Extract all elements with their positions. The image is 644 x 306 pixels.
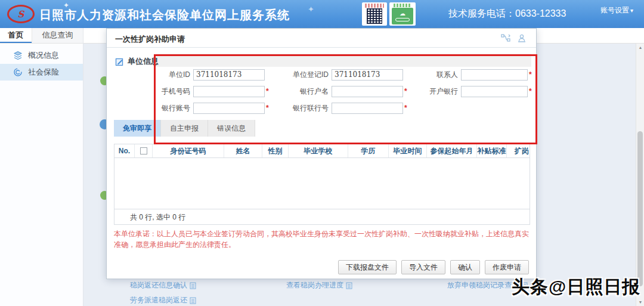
edit-section-icon	[115, 57, 124, 66]
form-field: 手机号码 *	[157, 83, 286, 100]
field-input[interactable]	[461, 69, 528, 81]
column-header: 参保起始年月	[427, 144, 477, 157]
modal-actions: 下载报盘文件 导入文件 确认 作废申请	[338, 260, 529, 274]
column-header: 姓名	[224, 144, 262, 157]
field-label: 单位ID	[157, 70, 190, 80]
column-header: 扩岗	[507, 144, 530, 157]
field-label: 银行户名	[286, 86, 329, 97]
modal-tabs: 免审即享 自主申报 错误信息	[114, 120, 255, 137]
scrollbar-thumb[interactable]	[637, 131, 643, 286]
scroll-up-icon[interactable]: ▲	[636, 45, 644, 50]
background-link-label: 查看稳岗办理进度	[286, 280, 343, 290]
action-button[interactable]: 导入文件	[401, 260, 445, 274]
modal-tab[interactable]: 免审即享	[114, 120, 161, 137]
caret-down-icon: ▾	[630, 7, 633, 14]
field-input[interactable]	[332, 103, 403, 114]
field-input[interactable]	[461, 86, 528, 97]
field-input[interactable]	[193, 103, 265, 114]
column-header: 性别	[262, 144, 289, 157]
csi-logo-icon: S	[7, 5, 35, 23]
background-link-label: 放弃申领稳岗记录查询	[447, 280, 519, 290]
sidebar-item-social-insurance[interactable]: 社会保险	[0, 64, 83, 81]
column-checkbox	[135, 144, 153, 157]
required-asterisk: *	[404, 87, 407, 95]
form-field: 单位登记ID *	[286, 66, 425, 83]
required-asterisk: *	[404, 104, 407, 112]
form-field: 开户银行 *	[425, 83, 534, 100]
tab-home[interactable]: 首页	[0, 28, 32, 43]
select-all-checkbox[interactable]	[140, 147, 147, 154]
account-settings-label: 账号设置	[600, 6, 629, 14]
field-input[interactable]	[193, 86, 265, 97]
field-label: 单位登记ID	[286, 70, 329, 80]
sidebar: 首页 信息查询 概况信息 社会保险	[0, 28, 83, 306]
background-link[interactable]: 查看稳岗办理进度	[286, 280, 352, 290]
modal-title: 一次性扩岗补助申请	[115, 34, 185, 45]
app-header: S ✦ ✦ 日照市人力资源和社会保险单位网上服务系统 ☁ 技术服务电话：0633…	[0, 0, 644, 28]
document-icon	[346, 282, 352, 289]
field-input[interactable]	[332, 69, 403, 81]
sidebar-item-label: 社会保险	[28, 67, 59, 78]
user-icon[interactable]	[517, 33, 527, 43]
document-icon	[190, 282, 196, 289]
unit-info-form: 单位ID * 单位登记ID * 联系人 * 手机号码 *	[157, 66, 534, 116]
workflow-icon[interactable]	[501, 33, 511, 43]
scroll-down-icon[interactable]: ▼	[636, 300, 644, 304]
logo-mark: S	[18, 9, 24, 20]
form-field: 联系人 *	[425, 66, 534, 83]
commitment-notice: 本单位承诺：以上人员已与本企业签订劳动合同，其高校毕业生身份未享受过一次性扩岗补…	[114, 228, 531, 250]
section-title: 单位信息	[128, 56, 159, 67]
column-no: No.	[114, 144, 135, 157]
field-input[interactable]	[193, 69, 265, 81]
background-link[interactable]: 劳务派遣稳岗返还	[130, 295, 196, 305]
form-field: 银行账号 *	[157, 100, 286, 116]
form-field: 银行联行号 *	[286, 100, 425, 116]
column-header: 补贴标准	[477, 144, 507, 157]
account-settings-menu[interactable]: 账号设置▾	[600, 5, 633, 16]
background-link-label: 稳岗返还信息确认	[130, 280, 187, 290]
action-button[interactable]: 作废申请	[485, 260, 529, 274]
sparkle-icon: ✦	[308, 5, 314, 14]
column-header: 毕业时间	[389, 144, 427, 157]
watermark: 头条@日照日报	[512, 275, 640, 299]
background-link[interactable]: 稳岗返还信息确认	[130, 280, 196, 290]
field-label: 手机号码	[157, 86, 190, 97]
column-header: 身份证号码	[153, 144, 224, 157]
table-header-row: No. 身份证号码 姓名 性别 毕业学校 学历 毕业时间 参保起始年月 补贴标准…	[114, 144, 530, 158]
required-asterisk: *	[529, 70, 532, 79]
field-label: 银行账号	[157, 103, 190, 113]
required-asterisk: *	[529, 87, 532, 95]
section-strip	[156, 54, 531, 67]
table-summary: 共 0 行, 选中 0 行	[114, 209, 530, 225]
background-link-label: 劳务派遣稳岗返还	[130, 295, 187, 305]
subsidy-application-modal: 一次性扩岗补助申请 单位信息 单位ID * 单位登记ID * 联系人	[106, 28, 537, 279]
modal-titlebar: 一次性扩岗补助申请	[107, 29, 536, 48]
table-body-empty	[114, 158, 530, 209]
form-field: 单位ID *	[157, 66, 286, 83]
field-label: 银行联行号	[286, 103, 329, 113]
field-label: 开户银行	[425, 86, 458, 97]
document-icon	[190, 297, 196, 304]
section-unit-info: 单位信息	[115, 56, 159, 67]
modal-tab[interactable]: 自主申报	[161, 120, 208, 137]
form-field: 银行户名 *	[286, 83, 425, 100]
insurance-icon	[13, 67, 23, 77]
column-header: 毕业学校	[289, 144, 348, 157]
service-phone: 技术服务电话：0633-12333	[448, 8, 566, 20]
required-asterisk: *	[266, 104, 269, 112]
action-button[interactable]: 下载报盘文件	[338, 260, 397, 274]
action-button[interactable]: 确认	[450, 260, 480, 274]
app-title: 日照市人力资源和社会保险单位网上服务系统	[39, 7, 290, 23]
sidebar-item-overview[interactable]: 概况信息	[0, 47, 83, 64]
modal-tab[interactable]: 错误信息	[208, 120, 255, 137]
required-asterisk: *	[266, 87, 269, 95]
cloud-icon: ☁	[400, 11, 405, 17]
column-header: 学历	[348, 144, 389, 157]
tab-info-query[interactable]: 信息查询	[32, 28, 83, 43]
applicants-table: No. 身份证号码 姓名 性别 毕业学校 学历 毕业时间 参保起始年月 补贴标准…	[114, 144, 530, 225]
field-input[interactable]	[332, 86, 403, 97]
qr-code-icon	[362, 2, 387, 26]
sidebar-tabs: 首页 信息查询	[0, 28, 83, 44]
page-scrollbar[interactable]: ▲ ▼	[636, 44, 644, 306]
app-badge-icon: ☁	[389, 2, 416, 26]
